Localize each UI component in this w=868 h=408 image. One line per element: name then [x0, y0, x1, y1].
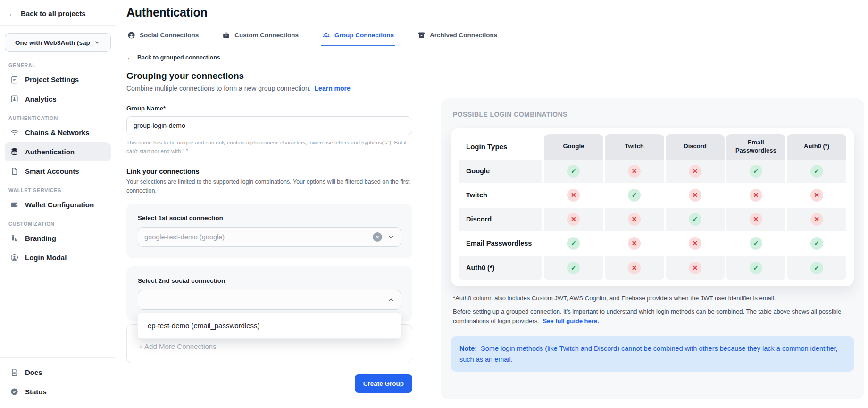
sidebar-item-chains-networks[interactable]: Chains & Networks	[5, 123, 111, 142]
select-1st-connection[interactable]: google-test-demo (google) ✕	[138, 227, 401, 247]
tab-custom-connections[interactable]: Custom Connections	[221, 27, 300, 46]
sidebar-item-label: Authentication	[25, 148, 75, 156]
dropdown-option-ep-test-demo[interactable]: ep-test-demo (email_passwordless)	[148, 322, 391, 330]
paint-icon	[10, 234, 19, 243]
project-selector[interactable]: One with Web3Auth (sap	[5, 33, 111, 52]
sidebar-footer: DocsStatus	[0, 357, 116, 408]
guide-footnote: Before setting up a grouped connection, …	[451, 307, 854, 326]
sidebar-item-label: Analytics	[25, 95, 57, 103]
sidebar-item-wallet-configuration[interactable]: Wallet Configuration	[5, 195, 111, 214]
cross-icon: ✕	[689, 189, 701, 202]
row-label-auth0: Auth0 (*)	[459, 256, 542, 280]
cross-icon: ✕	[750, 189, 762, 202]
combination-cell: ✕	[726, 208, 785, 232]
learn-more-link[interactable]: Learn more	[315, 85, 351, 92]
sidebar-item-label: Project Settings	[25, 76, 79, 84]
create-group-button[interactable]: Create Group	[355, 374, 412, 393]
clear-selection-icon[interactable]: ✕	[373, 232, 382, 242]
column-header-login-types: Login Types	[459, 134, 542, 160]
group-name-input[interactable]	[126, 116, 412, 135]
tab-social-connections[interactable]: Social Connections	[126, 27, 200, 46]
group-name-label: Group Name*	[126, 105, 412, 112]
check-icon: ✓	[810, 262, 823, 274]
cross-icon: ✕	[689, 165, 701, 178]
clipboard-icon	[10, 75, 19, 84]
check-icon: ✓	[567, 165, 580, 178]
select-1st-label: Select 1st social connection	[138, 214, 401, 221]
sidebar-item-label: Docs	[25, 368, 42, 376]
column-header-google: Google	[544, 134, 603, 160]
sidebar-item-label: Wallet Configuration	[25, 201, 94, 209]
section-label-authentication: AUTHENTICATION	[8, 115, 107, 121]
cross-icon: ✕	[567, 213, 580, 226]
combination-cell: ✕	[605, 208, 664, 232]
tab-archived-connections[interactable]: Archived Connections	[417, 27, 498, 46]
wifi-icon	[10, 128, 19, 137]
sidebar-item-docs[interactable]: Docs	[5, 363, 111, 382]
right-column: POSSIBLE LOGIN COMBINATIONS Login TypesG…	[412, 46, 868, 408]
sidebar-item-smart-accounts[interactable]: Smart Accounts	[5, 162, 111, 181]
column-header-discord: Discord	[666, 134, 725, 160]
combinations-table: Login TypesGoogleTwitchDiscordEmail Pass…	[457, 134, 848, 280]
combination-cell: ✕	[605, 232, 664, 256]
combination-cell: ✓	[544, 160, 603, 184]
cross-icon: ✕	[628, 237, 641, 250]
combination-cell: ✕	[544, 184, 603, 208]
check-icon: ✓	[810, 237, 823, 250]
app-window: ← Back to all projects One with Web3Auth…	[0, 0, 868, 408]
combination-cell: ✓	[544, 232, 603, 256]
combination-cell: ✕	[605, 256, 664, 280]
cross-icon: ✕	[810, 189, 823, 202]
combination-cell: ✕	[726, 184, 785, 208]
back-to-grouped-connections-link[interactable]: ← Back to grouped connections	[126, 54, 412, 61]
check-circle-icon	[10, 387, 19, 396]
note-label: Note:	[459, 345, 477, 352]
combination-cell: ✕	[666, 256, 725, 280]
project-selector-value: One with Web3Auth (sap	[15, 39, 90, 46]
guide-footnote-text: Before setting up a grouped connection, …	[453, 308, 841, 324]
sidebar-item-status[interactable]: Status	[5, 382, 111, 401]
column-header-email-passwordless: Email Passwordless	[726, 134, 785, 160]
select-1st-value: google-test-demo (google)	[144, 233, 367, 241]
table-row-auth0: Auth0 (*)✓✕✕✓✓	[459, 256, 846, 280]
sidebar-item-analytics[interactable]: Analytics	[5, 89, 111, 109]
select-2nd-label: Select 2nd social connection	[138, 277, 401, 284]
sidebar-item-login-modal[interactable]: Login Modal	[5, 248, 111, 267]
toolbox-icon	[222, 31, 230, 39]
combination-cell: ✕	[605, 160, 664, 184]
cross-icon: ✕	[567, 189, 580, 202]
form-column: ← Back to grouped connections Grouping y…	[116, 46, 412, 408]
sidebar: ← Back to all projects One with Web3Auth…	[0, 0, 116, 408]
cross-icon: ✕	[628, 165, 641, 178]
combination-cell: ✕	[544, 208, 603, 232]
grouping-subtitle: Combine multiple connections to form a n…	[126, 85, 412, 92]
back-to-projects-link[interactable]: ← Back to all projects	[0, 0, 116, 26]
sidebar-item-authentication[interactable]: Authentication	[5, 142, 111, 162]
row-label-discord: Discord	[459, 208, 542, 232]
check-icon: ✓	[750, 262, 762, 274]
chevron-down-icon[interactable]	[388, 234, 394, 240]
tab-label: Group Connections	[334, 32, 394, 39]
social-icon	[127, 31, 135, 39]
note-text: Some login methods (like Twitch and Disc…	[459, 345, 838, 363]
back-arrow-icon: ←	[126, 54, 133, 61]
sidebar-item-project-settings[interactable]: Project Settings	[5, 70, 111, 89]
check-icon: ✓	[567, 237, 580, 250]
full-guide-link[interactable]: See full guide here.	[542, 317, 599, 324]
file-icon	[10, 167, 19, 176]
archive-icon	[417, 31, 426, 39]
combination-cell: ✓	[726, 256, 785, 280]
combination-cell: ✕	[666, 184, 725, 208]
cross-icon: ✕	[689, 262, 701, 274]
sidebar-item-label: Chains & Networks	[25, 128, 90, 136]
chevron-up-icon[interactable]	[388, 297, 394, 303]
select-2nd-connection[interactable]	[138, 290, 401, 310]
sidebar-item-branding[interactable]: Branding	[5, 229, 111, 248]
cross-icon: ✕	[750, 213, 762, 226]
column-header-auth0: Auth0 (*)	[787, 134, 846, 160]
panel-title: POSSIBLE LOGIN COMBINATIONS	[453, 110, 854, 118]
tab-group-connections[interactable]: Group Connections	[321, 27, 395, 46]
sidebar-item-label: Smart Accounts	[25, 167, 79, 175]
cross-icon: ✕	[810, 213, 823, 226]
grouping-subtitle-text: Combine multiple connections to form a n…	[126, 85, 311, 92]
